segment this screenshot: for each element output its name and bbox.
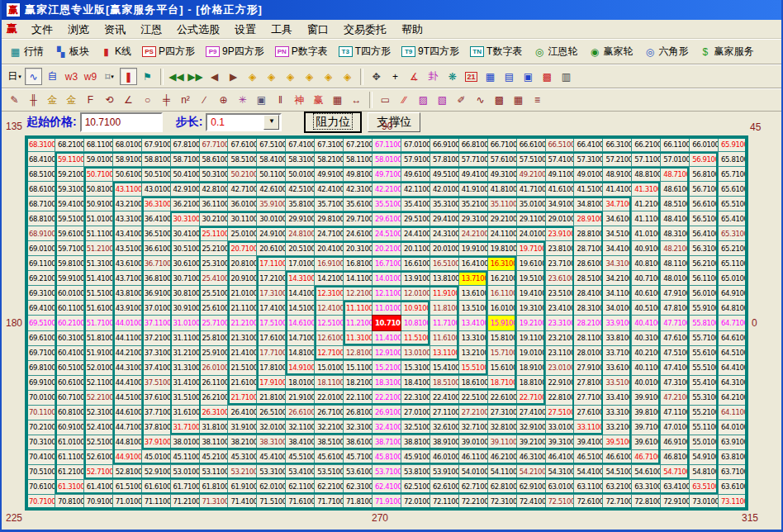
draw-magenta-box-1-button[interactable]: ▨: [415, 92, 432, 109]
draw-box-select-button[interactable]: ▣: [253, 92, 270, 109]
tool-zoom-fit-x-button[interactable]: ◈: [282, 68, 299, 85]
tool-calculator-button[interactable]: ▦: [482, 68, 499, 85]
menu-item-设置[interactable]: 设置: [227, 21, 263, 37]
menu-item-帮助[interactable]: 帮助: [394, 21, 430, 37]
toolbar-item-hexagon[interactable]: ◎六角形: [641, 43, 690, 60]
tool-calendar-21-button[interactable]: 21: [463, 68, 480, 85]
draw-pencil-button[interactable]: ✐: [453, 92, 470, 109]
draw-angle-tool-button[interactable]: ∠: [120, 92, 137, 109]
draw-ray-fan-button[interactable]: ∕∕: [396, 92, 413, 109]
tool-wave-3-button[interactable]: w3: [63, 68, 80, 85]
draw-beam-button[interactable]: ǁ: [272, 92, 289, 109]
tool-printer-button[interactable]: ▥: [558, 68, 575, 85]
toolbar-item-winner-service[interactable]: $赢家服务: [696, 43, 756, 60]
tool-crosshair-button[interactable]: +: [387, 68, 404, 85]
draw-cycle-circle-button[interactable]: ⊕: [215, 92, 232, 109]
menu-item-浏览[interactable]: 浏览: [60, 21, 97, 37]
draw-dense-grid-button[interactable]: ▦: [329, 92, 346, 109]
price-cell: 25.7100: [200, 316, 228, 330]
toolbar-item-9p-square[interactable]: P99P四方形: [203, 43, 267, 60]
price-cell: 62.2100: [315, 480, 343, 494]
draw-fan-lines-button[interactable]: F: [82, 92, 99, 109]
tool-mind-map-button[interactable]: ❋: [444, 68, 461, 85]
draw-shen-tool-button[interactable]: 神: [291, 92, 308, 109]
tool-save-disk-button[interactable]: ▣: [520, 68, 537, 85]
price-cell: 16.1100: [488, 286, 516, 300]
toolbar-item-t-square[interactable]: T3T四方形: [336, 43, 393, 60]
tool-angle-measure-button[interactable]: ∡: [406, 68, 423, 85]
draw-slash-lines-button[interactable]: ≡: [529, 92, 546, 109]
price-cell: 71.6100: [286, 495, 314, 509]
tool-jump-last-button[interactable]: ▶▶: [187, 68, 204, 85]
toolbar-item-sectors[interactable]: ▚板块: [52, 43, 92, 60]
price-cell: 61.8100: [200, 480, 228, 494]
draw-expand-h-button[interactable]: ↔: [348, 92, 365, 109]
tool-period-day-button[interactable]: 日▾: [6, 68, 23, 85]
price-cell: 54.3100: [546, 465, 574, 479]
ellipse-tool-icon: ○: [145, 94, 150, 106]
toolbar-item-9t-square[interactable]: T99T四方形: [399, 43, 462, 60]
draw-rect-region-button[interactable]: ▭: [377, 92, 394, 109]
tool-watchlist-button[interactable]: 自: [44, 68, 61, 85]
draw-spiral-button[interactable]: ⟲: [101, 92, 118, 109]
draw-golden-grid-button[interactable]: 金: [63, 92, 80, 109]
price-cell: 14.9100: [286, 361, 314, 375]
menu-item-窗口[interactable]: 窗口: [300, 21, 336, 37]
start-price-input[interactable]: [80, 112, 163, 132]
draw-ruler-button[interactable]: ╪: [158, 92, 175, 109]
price-cell: 20.4100: [315, 241, 343, 255]
draw-grid-a-button[interactable]: ▩: [491, 92, 508, 109]
draw-golden-section-button[interactable]: 金: [44, 92, 61, 109]
resistance-button[interactable]: 阻力位: [305, 112, 361, 132]
tool-candle-mark-button[interactable]: ❚: [120, 68, 137, 85]
toolbar-item-k-line[interactable]: ▮K线: [97, 43, 134, 60]
draw-wave-tool-button[interactable]: ∿: [472, 92, 489, 109]
menu-item-文件[interactable]: 文件: [24, 21, 60, 37]
tool-pan-hand-button[interactable]: ✥: [368, 68, 385, 85]
tool-zoom-out-x-button[interactable]: ◈: [244, 68, 261, 85]
bagua-icon: 卦: [429, 69, 439, 83]
draw-gann-line-button[interactable]: ∕: [196, 92, 213, 109]
dropdown-arrow-icon[interactable]: ▾: [18, 74, 21, 80]
dropdown-arrow-icon[interactable]: ▼: [263, 115, 279, 130]
price-cell: 27.5100: [546, 406, 574, 420]
toolbar-item-winner-wheel[interactable]: ◉赢家轮: [586, 43, 635, 60]
draw-ying-tool-button[interactable]: 赢: [310, 92, 327, 109]
toolbar-item-p-number-table[interactable]: PNP数字表: [273, 43, 330, 60]
draw-ellipse-tool-button[interactable]: ○: [139, 92, 156, 109]
toolbar-item-gann-wheel[interactable]: ◎江恩轮: [530, 43, 580, 60]
menu-item-公式选股[interactable]: 公式选股: [169, 21, 227, 37]
toolbar-item-p-square[interactable]: PSP四方形: [140, 43, 197, 60]
draw-n-square-button[interactable]: n²: [177, 92, 194, 109]
draw-magenta-box-2-button[interactable]: ▧: [434, 92, 451, 109]
price-cell: 28.3100: [574, 301, 602, 315]
tool-step-back-button[interactable]: ◀: [206, 68, 223, 85]
tool-chart-view-button[interactable]: ∿: [25, 68, 42, 85]
tool-flag-mark-button[interactable]: ⚑: [139, 68, 156, 85]
tool-price-mark-button[interactable]: ⌑▾: [101, 68, 118, 85]
tool-step-forward-button[interactable]: ▶: [225, 68, 242, 85]
draw-brush-button[interactable]: ✎: [6, 92, 23, 109]
tool-jump-first-button[interactable]: ◀◀: [168, 68, 185, 85]
draw-star-button[interactable]: ✳: [234, 92, 251, 109]
start-price-label: 起始价格:: [26, 115, 77, 130]
menu-item-工具[interactable]: 工具: [263, 21, 300, 37]
toolbar-item-t-number-table[interactable]: TNT数字表: [467, 43, 524, 60]
step-select[interactable]: 0.1 ▼: [206, 113, 282, 131]
toolbar-item-quotes[interactable]: ▦行情: [7, 43, 46, 60]
tool-zoom-out-y-button[interactable]: ◈: [320, 68, 337, 85]
draw-grid-lines-button[interactable]: ╫: [25, 92, 42, 109]
tool-zoom-in-y-button[interactable]: ◈: [339, 68, 356, 85]
menu-item-交易委托[interactable]: 交易委托: [336, 21, 394, 37]
tool-bagua-button[interactable]: 卦: [425, 68, 442, 85]
support-button[interactable]: 支撑位: [368, 112, 420, 132]
tool-screen-export-button[interactable]: ▩: [539, 68, 556, 85]
tool-notepad-button[interactable]: ▤: [501, 68, 518, 85]
tool-zoom-all-button[interactable]: ◈: [301, 68, 318, 85]
dropdown-arrow-icon[interactable]: ▾: [111, 74, 114, 80]
tool-zoom-in-x-button[interactable]: ◈: [263, 68, 280, 85]
tool-wave-9-button[interactable]: w9: [82, 68, 99, 85]
menu-item-江恩[interactable]: 江恩: [133, 21, 169, 37]
draw-grid-b-button[interactable]: ▦: [510, 92, 527, 109]
menu-item-资讯[interactable]: 资讯: [97, 21, 133, 37]
